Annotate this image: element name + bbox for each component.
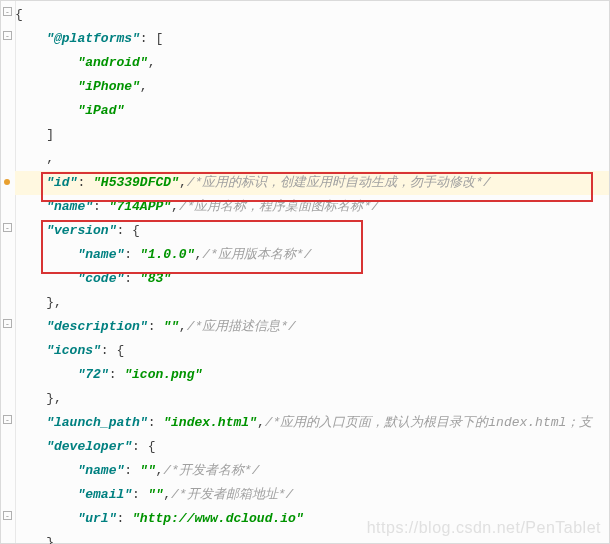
code-line: "version": {	[15, 219, 609, 243]
code-line: "iPhone",	[15, 75, 609, 99]
code-editor: - - - - - - { "@platforms": [ "android",…	[0, 0, 610, 544]
code-area[interactable]: { "@platforms": [ "android", "iPhone", "…	[15, 1, 609, 544]
fold-icon[interactable]: -	[3, 7, 12, 16]
code-line: "name": "714APP",/*应用名称，程序桌面图标名称*/	[15, 195, 609, 219]
code-line: {	[15, 3, 609, 27]
code-line: "name": "",/*开发者名称*/	[15, 459, 609, 483]
code-line: "developer": {	[15, 435, 609, 459]
fold-icon[interactable]: -	[3, 511, 12, 520]
fold-icon[interactable]: -	[3, 223, 12, 232]
gutter: - - - - - -	[1, 1, 16, 543]
lint-warning-icon	[4, 179, 10, 185]
code-line: "android",	[15, 51, 609, 75]
code-line: "iPad"	[15, 99, 609, 123]
code-line: },	[15, 387, 609, 411]
code-line: "icons": {	[15, 339, 609, 363]
code-line: "@platforms": [	[15, 27, 609, 51]
code-line: "url": "http://www.dcloud.io"	[15, 507, 609, 531]
code-line: "email": "",/*开发者邮箱地址*/	[15, 483, 609, 507]
code-line: ]	[15, 123, 609, 147]
code-line: "description": "",/*应用描述信息*/	[15, 315, 609, 339]
code-line-highlight: "id": "H5339DFCD",/*应用的标识，创建应用时自动生成，勿手动修…	[15, 171, 609, 195]
code-line: "launch_path": "index.html",/*应用的入口页面，默认…	[15, 411, 609, 435]
code-line: ,	[15, 147, 609, 171]
code-line: "name": "1.0.0",/*应用版本名称*/	[15, 243, 609, 267]
code-line: },	[15, 291, 609, 315]
code-line: "code": "83"	[15, 267, 609, 291]
fold-icon[interactable]: -	[3, 415, 12, 424]
code-line: },	[15, 531, 609, 544]
fold-icon[interactable]: -	[3, 31, 12, 40]
code-line: "72": "icon.png"	[15, 363, 609, 387]
fold-icon[interactable]: -	[3, 319, 12, 328]
